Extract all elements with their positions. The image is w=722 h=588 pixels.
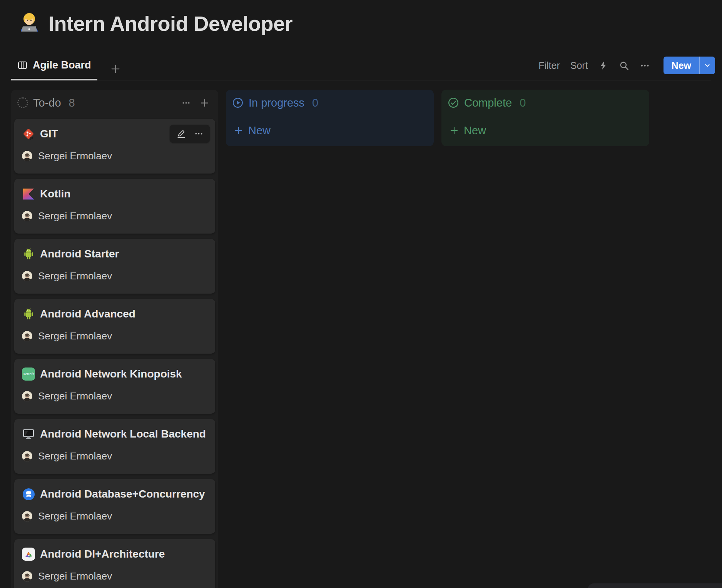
- column-count: 0: [520, 97, 526, 109]
- bottom-right-panel-edge: [588, 583, 722, 588]
- svg-text:git: git: [30, 137, 33, 140]
- card-assignee: Sergei Ermolaev: [14, 150, 215, 162]
- card-title-row: Android Network Local Backend: [14, 419, 215, 441]
- assignee-avatar: [22, 571, 32, 581]
- assignee-name: Sergei Ermolaev: [38, 510, 112, 522]
- active-tab-underline: [11, 79, 97, 80]
- retrofit-icon: Retrofit: [22, 368, 35, 381]
- assignee-avatar: [22, 151, 32, 161]
- assignee-name: Sergei Ermolaev: [38, 390, 112, 402]
- column-add-card-button[interactable]: [199, 98, 210, 108]
- new-card-label: New: [464, 124, 486, 137]
- card-assignee: Sergei Ermolaev: [14, 330, 215, 342]
- column-in-progress: In progress0 New: [226, 90, 434, 146]
- card-assignee: Sergei Ermolaev: [14, 390, 215, 402]
- card-edit-button[interactable]: [172, 125, 190, 143]
- new-card-label: New: [248, 124, 271, 137]
- card-title: Android Database+Concurrency: [40, 488, 205, 500]
- card-android-di-architecture[interactable]: Android DI+Architecture Sergei Ermolaev: [14, 539, 215, 588]
- card-android-network-kinopoisk[interactable]: Retrofit Android Network Kinopoisk Serge…: [14, 359, 215, 414]
- card-title: Kotlin: [40, 188, 70, 200]
- card-assignee: Sergei Ermolaev: [14, 450, 215, 462]
- column-label: In progress: [249, 97, 304, 109]
- card-list-todo: git GIT Sergei Ermolaev: [14, 119, 215, 588]
- assignee-name: Sergei Ermolaev: [38, 210, 112, 222]
- plus-icon: [234, 125, 244, 135]
- card-title-row: Retrofit Android Network Kinopoisk: [14, 359, 215, 381]
- kotlin-icon: [22, 187, 35, 200]
- monitor-icon: [22, 428, 35, 441]
- assignee-avatar: [22, 271, 32, 281]
- assignee-avatar: [22, 451, 32, 461]
- assignee-name: Sergei Ermolaev: [38, 330, 112, 342]
- git-icon: git: [22, 127, 35, 140]
- card-assignee: Sergei Ermolaev: [14, 570, 215, 582]
- card-title: GIT: [40, 128, 58, 140]
- di-architecture-icon: [22, 548, 35, 561]
- column-header-todo: To-do8: [14, 93, 215, 113]
- card-title-row: Android Advanced: [14, 299, 215, 321]
- column-count: 8: [69, 97, 75, 109]
- card-title: Android Starter: [40, 248, 119, 260]
- card-assignee: Sergei Ermolaev: [14, 270, 215, 282]
- play-circle-icon: [232, 97, 244, 109]
- assignee-avatar: [22, 391, 32, 401]
- card-title-row: Android Database+Concurrency: [14, 479, 215, 501]
- card-kotlin[interactable]: Kotlin Sergei Ermolaev: [14, 179, 215, 234]
- check-circle-icon: [448, 97, 459, 109]
- new-card-button-complete[interactable]: New: [445, 123, 646, 138]
- dashed-circle-icon: [17, 97, 28, 108]
- card-title: Android Network Kinopoisk: [40, 368, 182, 380]
- card-title-row: Android Starter: [14, 239, 215, 261]
- card-hover-toolbar: [170, 125, 210, 143]
- card-more-button[interactable]: [190, 125, 207, 143]
- card-android-starter[interactable]: Android Starter Sergei Ermolaev: [14, 239, 215, 294]
- kanban-board: To-do8 git GIT: [0, 0, 722, 588]
- android-robot-icon: [22, 307, 35, 321]
- column-count: 0: [312, 97, 318, 109]
- card-title-row: Android DI+Architecture: [14, 539, 215, 561]
- column-more-button[interactable]: [181, 98, 191, 108]
- card-assignee: Sergei Ermolaev: [14, 210, 215, 222]
- assignee-name: Sergei Ermolaev: [38, 270, 112, 282]
- notion-board-page: Intern Android Developer Agile Board Fil…: [0, 0, 722, 588]
- column-complete: Complete0 New: [441, 90, 649, 146]
- column-header-in-progress: In progress0: [229, 93, 431, 113]
- database-icon: [22, 488, 35, 501]
- card-title: Android Advanced: [40, 308, 135, 320]
- assignee-name: Sergei Ermolaev: [38, 150, 112, 162]
- plus-icon: [449, 125, 459, 135]
- card-title-row: Kotlin: [14, 179, 215, 200]
- column-label: To-do: [33, 97, 61, 109]
- column-label: Complete: [464, 97, 512, 109]
- card-git[interactable]: git GIT Sergei Ermolaev: [14, 119, 215, 174]
- assignee-avatar: [22, 511, 32, 521]
- card-assignee: Sergei Ermolaev: [14, 510, 215, 522]
- card-android-database-concurrency[interactable]: Android Database+Concurrency Sergei Ermo…: [14, 479, 215, 534]
- assignee-name: Sergei Ermolaev: [38, 570, 112, 582]
- new-card-button-in-progress[interactable]: New: [229, 123, 431, 138]
- column-todo: To-do8 git GIT: [11, 90, 218, 588]
- assignee-avatar: [22, 331, 32, 341]
- card-title: Android DI+Architecture: [40, 548, 165, 560]
- card-title: Android Network Local Backend: [40, 428, 206, 440]
- card-android-network-local-backend[interactable]: Android Network Local Backend Sergei Erm…: [14, 419, 215, 474]
- card-android-advanced[interactable]: Android Advanced Sergei Ermolaev: [14, 299, 215, 354]
- android-robot-icon: [22, 247, 35, 261]
- column-header-complete: Complete0: [445, 93, 646, 113]
- assignee-name: Sergei Ermolaev: [38, 450, 112, 462]
- assignee-avatar: [22, 211, 32, 221]
